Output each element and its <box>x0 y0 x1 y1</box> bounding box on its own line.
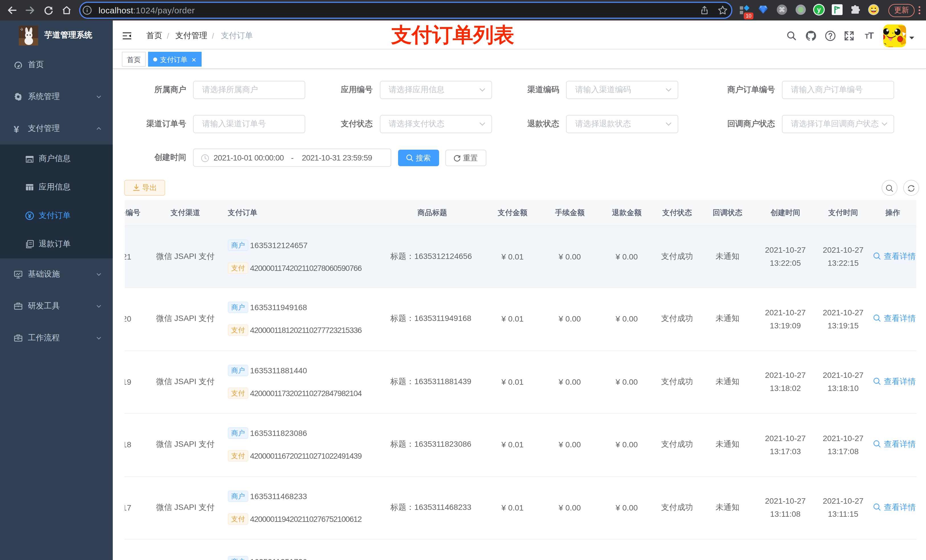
svg-text:y: y <box>817 6 821 14</box>
svg-text:⌘: ⌘ <box>779 6 785 14</box>
